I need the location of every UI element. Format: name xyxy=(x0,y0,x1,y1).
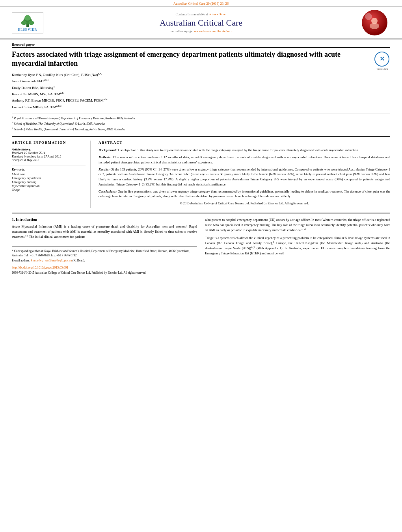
article-history: Article history: Received 19 October 201… xyxy=(12,148,86,162)
abstract-methods: Methods: This was a retrospective analys… xyxy=(99,155,390,165)
abstract-results: Results: Of the 153 patients, 20% (95% C… xyxy=(99,167,390,187)
intro-text-right: who present to hospital emergency depart… xyxy=(205,217,390,256)
journal-top-bar: Australian Critical Care 29 (2016) 23–26 xyxy=(0,0,402,7)
author-3: Emily Dalton BSc, BNursinga, xyxy=(12,85,390,91)
sciencedirect-line: Contents lists available at ScienceDirec… xyxy=(43,13,359,16)
abstract-column: ABSTRACT Background: The objective of th… xyxy=(99,141,390,208)
divider xyxy=(12,165,86,165)
affiliation-b: b School of Medicine, The University of … xyxy=(12,120,390,126)
keywords-heading: Keywords: xyxy=(12,168,86,171)
affiliation-a: a Royal Brisbane and Women's Hospital, D… xyxy=(12,115,390,120)
keywords-section: Keywords: Chest pain Emergency departmen… xyxy=(12,168,86,192)
copyright-bottom: 1036-7314/© 2015 Australian College of C… xyxy=(12,271,197,274)
author-6: Louise Cullen MBBS, FACEMa,b,c xyxy=(12,104,390,110)
journal-circle-logo xyxy=(362,10,387,35)
elsevier-wordmark: ELSEVIER xyxy=(18,28,37,32)
doi-line: http://dx.doi.org/10.1016/j.aucc.2015.05… xyxy=(12,266,197,269)
abstract-background: Background: The objective of this study … xyxy=(99,148,390,153)
crossmark-circle: ✕ xyxy=(374,52,389,67)
intro-text-left: Acute Myocardial Infarction (AMI) is a l… xyxy=(12,224,197,240)
crossmark-cross-icon: ✕ xyxy=(380,56,385,62)
svg-point-3 xyxy=(28,20,34,25)
crossmark-badge: ✕ CrossMark xyxy=(374,50,390,66)
abstract-heading: ABSTRACT xyxy=(99,141,390,145)
received-date: Received 19 October 2014 xyxy=(12,151,86,155)
affiliation-c: c School of Public Health, Queensland Un… xyxy=(12,126,390,132)
keyword-2: Emergency department xyxy=(12,176,86,180)
abstract-text: Background: The objective of this study … xyxy=(99,148,390,206)
section-separator xyxy=(12,213,390,213)
journal-homepage: journal homepage: www.elsevier.com/locat… xyxy=(43,30,359,33)
content-area: Research paper Factors associated with t… xyxy=(0,39,402,278)
keyword-4: Myocardial infarction xyxy=(12,184,86,188)
author-5: Anthony F.T. Brown MBChB, FRCP, FRCSEd, … xyxy=(12,97,390,103)
intro-heading: 1. Introduction xyxy=(12,217,197,222)
elsevier-tree-icon xyxy=(18,14,37,28)
accepted-date: Accepted 4 May 2015 xyxy=(12,158,86,162)
article-type-label: Research paper xyxy=(12,43,390,48)
svg-point-6 xyxy=(370,23,379,29)
keyword-3: Emergency nursing xyxy=(12,180,86,184)
intro-para-3: Triage is a system which allows the clin… xyxy=(205,235,390,256)
journal-name: Australian Critical Care xyxy=(43,18,359,28)
keyword-5: Triage xyxy=(12,188,86,192)
abstract-conclusions: Conclusions: One in five presentations w… xyxy=(99,189,390,199)
intro-para-2: who present to hospital emergency depart… xyxy=(205,217,390,233)
article-title: Factors associated with triage assignmen… xyxy=(12,50,370,69)
intro-para-1: Acute Myocardial Infarction (AMI) is a l… xyxy=(12,224,197,240)
article-info-heading: ARTICLE INFORMATION xyxy=(12,141,86,145)
title-section: Factors associated with triage assignmen… xyxy=(12,50,390,69)
crossmark-label: CrossMark xyxy=(374,67,390,70)
email-link[interactable]: kimberley.ryan@health.qld.gov.au xyxy=(31,259,72,262)
footnote-email: E-mail address: kimberley.ryan@health.ql… xyxy=(12,258,197,263)
journal-logo-right xyxy=(359,10,390,35)
article-info-column: ARTICLE INFORMATION Article history: Rec… xyxy=(12,141,91,208)
author-1: Kimberley Ryan BN, GradDip Nurs (Crit Ca… xyxy=(12,72,390,78)
svg-point-2 xyxy=(21,20,27,25)
svg-point-4 xyxy=(24,15,31,20)
author-4: Kevin Chu MBBS, MSc, FACEMa,b, xyxy=(12,91,390,97)
journal-citation: Australian Critical Care 29 (2016) 23–26 xyxy=(173,2,229,6)
page: Australian Critical Care 29 (2016) 23–26… xyxy=(0,0,402,278)
body-section: 1. Introduction Acute Myocardial Infarct… xyxy=(12,217,390,274)
doi-link[interactable]: http://dx.doi.org/10.1016/j.aucc.2015.05… xyxy=(12,266,68,269)
footnote-star: * Corresponding author at: Royal Brisban… xyxy=(12,249,197,258)
body-right-col: who present to hospital emergency depart… xyxy=(205,217,390,274)
author-2: Jaimi Greenslade PhDa,b,c, xyxy=(12,78,390,84)
journal-header: ELSEVIER Contents lists available at Sci… xyxy=(0,7,402,39)
info-abstract-section: ARTICLE INFORMATION Article history: Rec… xyxy=(12,136,390,208)
footnote-area: * Corresponding author at: Royal Brisban… xyxy=(12,246,197,263)
authors-section: Kimberley Ryan BN, GradDip Nurs (Crit Ca… xyxy=(12,72,390,110)
affiliations-section: a Royal Brisbane and Women's Hospital, D… xyxy=(12,113,390,131)
journal-homepage-link[interactable]: www.elsevier.com/locate/aucc xyxy=(194,30,232,33)
journal-figure-icon xyxy=(367,15,382,31)
revised-date: Received in revised form 27 April 2015 xyxy=(12,155,86,158)
elsevier-logo: ELSEVIER xyxy=(12,12,43,33)
abstract-copyright: © 2015 Australian College of Critical Ca… xyxy=(99,201,390,206)
keyword-1: Chest pain xyxy=(12,172,86,176)
body-left-col: 1. Introduction Acute Myocardial Infarct… xyxy=(12,217,197,274)
journal-header-center: Contents lists available at ScienceDirec… xyxy=(43,13,359,33)
sciencedirect-link[interactable]: ScienceDirect xyxy=(209,13,227,16)
